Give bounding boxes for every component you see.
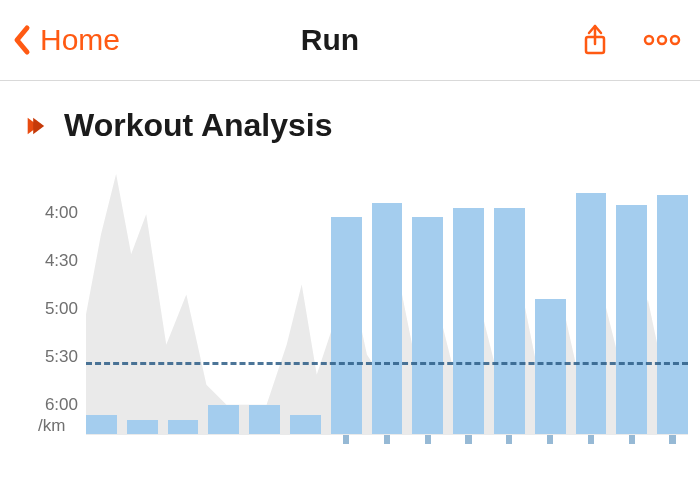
section-title: Workout Analysis	[64, 107, 333, 144]
x-tick	[412, 434, 443, 444]
bar	[372, 203, 403, 434]
y-tick-label: 4:00	[45, 203, 78, 223]
x-tick	[331, 434, 362, 444]
bar	[657, 195, 688, 434]
bar	[249, 405, 280, 434]
x-tick	[453, 434, 484, 444]
x-ticks	[86, 434, 688, 444]
bar	[412, 217, 443, 434]
y-tick-label: 5:00	[45, 299, 78, 319]
svg-point-3	[658, 36, 666, 44]
x-tick	[576, 434, 607, 444]
y-tick-label: 5:30	[45, 347, 78, 367]
plot-area	[86, 174, 688, 434]
more-button[interactable]	[642, 30, 682, 50]
svg-point-4	[671, 36, 679, 44]
y-tick-label: 4:30	[45, 251, 78, 271]
bar	[535, 299, 566, 434]
header-actions	[580, 22, 682, 58]
x-tick	[494, 434, 525, 444]
bar	[290, 415, 321, 434]
app-header: Home Run	[0, 0, 700, 81]
workout-analysis-section: Workout Analysis 4:004:305:005:306:00 /k…	[0, 81, 700, 464]
bar	[576, 193, 607, 434]
bar	[453, 208, 484, 434]
bar	[208, 405, 239, 434]
bar	[494, 208, 525, 434]
bars-container	[86, 174, 688, 434]
pace-chart: 4:004:305:005:306:00 /km	[28, 174, 688, 464]
y-axis-unit: /km	[38, 416, 65, 436]
x-tick	[372, 434, 403, 444]
threshold-line	[86, 362, 688, 365]
bar	[616, 205, 647, 434]
x-tick	[616, 434, 647, 444]
bar	[331, 217, 362, 434]
svg-point-2	[645, 36, 653, 44]
bar	[127, 420, 158, 434]
y-tick-label: 6:00	[45, 395, 78, 415]
more-horizontal-icon	[642, 30, 682, 50]
share-icon	[580, 22, 610, 58]
share-button[interactable]	[580, 22, 610, 58]
x-tick	[535, 434, 566, 444]
chevron-left-icon	[8, 23, 36, 57]
page-title: Run	[88, 23, 572, 57]
section-heading: Workout Analysis	[24, 107, 676, 144]
chevron-right-solid-icon	[24, 115, 46, 137]
svg-marker-6	[33, 117, 44, 134]
y-axis-labels: 4:004:305:005:306:00	[28, 174, 82, 434]
x-tick	[657, 434, 688, 444]
bar	[168, 420, 199, 434]
bar	[86, 415, 117, 434]
